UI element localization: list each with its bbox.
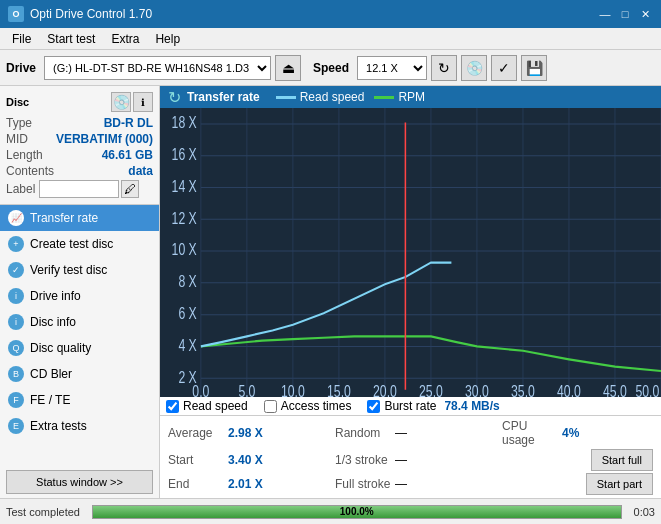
svg-text:20.0: 20.0 [373, 381, 397, 397]
start-full-button[interactable]: Start full [591, 449, 653, 471]
nav-extra-tests[interactable]: E Extra tests [0, 413, 159, 439]
cpu-label: CPU usage [502, 419, 562, 447]
end-label: End [168, 477, 228, 491]
label-input[interactable] [39, 180, 119, 198]
start-part-cell: Start part [494, 472, 661, 496]
svg-text:40.0: 40.0 [557, 381, 581, 397]
chart-title: Transfer rate [187, 90, 260, 104]
maximize-button[interactable]: □ [617, 6, 633, 22]
disc-info-btn[interactable]: ℹ [133, 92, 153, 112]
mid-value: VERBATIMf (000) [56, 132, 153, 146]
average-value: 2.98 X [228, 426, 263, 440]
speed-label: Speed [313, 61, 349, 75]
verify-button[interactable]: ✓ [491, 55, 517, 81]
drive-label: Drive [6, 61, 36, 75]
svg-rect-0 [160, 108, 661, 397]
speed-select[interactable]: 12.1 X [357, 56, 427, 80]
menu-start-test[interactable]: Start test [39, 30, 103, 48]
start-part-button[interactable]: Start part [586, 473, 653, 495]
menubar: File Start test Extra Help [0, 28, 661, 50]
svg-text:45.0: 45.0 [603, 381, 627, 397]
legend-rpm-color [374, 96, 394, 99]
menu-file[interactable]: File [4, 30, 39, 48]
checkboxes-row: Read speed Access times Burst rate 78.4 … [160, 397, 661, 416]
label-label: Label [6, 182, 35, 196]
chart-header: ↻ Transfer rate Read speed RPM [160, 86, 661, 108]
svg-text:8 X: 8 X [178, 271, 196, 291]
save-button[interactable]: 💾 [521, 55, 547, 81]
time-text: 0:03 [634, 506, 655, 518]
read-speed-checkbox[interactable] [166, 400, 179, 413]
contents-label: Contents [6, 164, 54, 178]
nav-transfer-rate-label: Transfer rate [30, 211, 98, 225]
read-speed-checkbox-label: Read speed [183, 399, 248, 413]
menu-help[interactable]: Help [147, 30, 188, 48]
contents-value: data [128, 164, 153, 178]
disc-type-row: Type BD-R DL [6, 116, 153, 130]
nav-fe-te[interactable]: F FE / TE [0, 387, 159, 413]
start-label: Start [168, 453, 228, 467]
disc-length-row: Length 46.61 GB [6, 148, 153, 162]
close-button[interactable]: ✕ [637, 6, 653, 22]
disc-mid-row: MID VERBATIMf (000) [6, 132, 153, 146]
create-test-icon: + [8, 236, 24, 252]
mid-label: MID [6, 132, 28, 146]
nav-transfer-rate[interactable]: 📈 Transfer rate [0, 205, 159, 231]
svg-text:15.0: 15.0 [327, 381, 351, 397]
chart-legend: Read speed RPM [276, 90, 425, 104]
svg-text:30.0: 30.0 [465, 381, 489, 397]
legend-rpm: RPM [374, 90, 425, 104]
svg-text:5.0: 5.0 [238, 381, 255, 397]
svg-text:12 X: 12 X [172, 207, 197, 227]
svg-text:4 X: 4 X [178, 335, 196, 355]
progress-bar-container: 100.0% [92, 505, 622, 519]
status-window-button[interactable]: Status window >> [6, 470, 153, 494]
nav-cd-bler[interactable]: B CD Bler [0, 361, 159, 387]
svg-text:10 X: 10 X [172, 239, 197, 259]
length-label: Length [6, 148, 43, 162]
nav-extra-tests-label: Extra tests [30, 419, 87, 433]
sidebar: Disc 💿 ℹ Type BD-R DL MID VERBATIMf (000… [0, 86, 160, 498]
nav-cd-bler-label: CD Bler [30, 367, 72, 381]
disc-contents-row: Contents data [6, 164, 153, 178]
stroke1-row: 1/3 stroke — [327, 448, 494, 472]
nav-drive-info[interactable]: i Drive info [0, 283, 159, 309]
legend-read-speed: Read speed [276, 90, 365, 104]
label-btn[interactable]: 🖊 [121, 180, 139, 198]
drive-select[interactable]: (G:) HL-DT-ST BD-RE WH16NS48 1.D3 [44, 56, 271, 80]
stats-grid: Average 2.98 X Random — CPU usage 4% Sta… [160, 416, 661, 498]
minimize-button[interactable]: — [597, 6, 613, 22]
refresh-button[interactable]: ↻ [431, 55, 457, 81]
status-text: Test completed [6, 506, 80, 518]
access-times-checkbox-item: Access times [264, 399, 352, 413]
titlebar: O Opti Drive Control 1.70 — □ ✕ [0, 0, 661, 28]
type-value: BD-R DL [104, 116, 153, 130]
random-label: Random [335, 426, 395, 440]
menu-extra[interactable]: Extra [103, 30, 147, 48]
nav-create-test-disc[interactable]: + Create test disc [0, 231, 159, 257]
svg-text:35.0: 35.0 [511, 381, 535, 397]
random-row: Random — [327, 418, 494, 448]
disc-icon: 💿 [111, 92, 131, 112]
stroke2-label: Full stroke [335, 477, 395, 491]
nav-create-label: Create test disc [30, 237, 113, 251]
titlebar-controls[interactable]: — □ ✕ [597, 6, 653, 22]
type-label: Type [6, 116, 32, 130]
access-times-checkbox-label: Access times [281, 399, 352, 413]
nav-verify-test-disc[interactable]: ✓ Verify test disc [0, 257, 159, 283]
disc-title: Disc [6, 96, 29, 108]
transfer-rate-icon: 📈 [8, 210, 24, 226]
stroke2-value: — [395, 477, 407, 491]
nav-disc-info[interactable]: i Disc info [0, 309, 159, 335]
statusbar: Test completed 100.0% 0:03 [0, 498, 661, 524]
svg-text:25.0: 25.0 [419, 381, 443, 397]
eject-button[interactable]: ⏏ [275, 55, 301, 81]
burst-rate-checkbox-item: Burst rate 78.4 MB/s [367, 399, 499, 413]
svg-text:16 X: 16 X [172, 144, 197, 164]
burn-button[interactable]: 💿 [461, 55, 487, 81]
chart-svg: 18 X 16 X 14 X 12 X 10 X 8 X 6 X 4 X 2 X… [160, 108, 661, 397]
burst-rate-checkbox[interactable] [367, 400, 380, 413]
nav-disc-quality[interactable]: Q Disc quality [0, 335, 159, 361]
access-times-checkbox[interactable] [264, 400, 277, 413]
start-value: 3.40 X [228, 453, 263, 467]
